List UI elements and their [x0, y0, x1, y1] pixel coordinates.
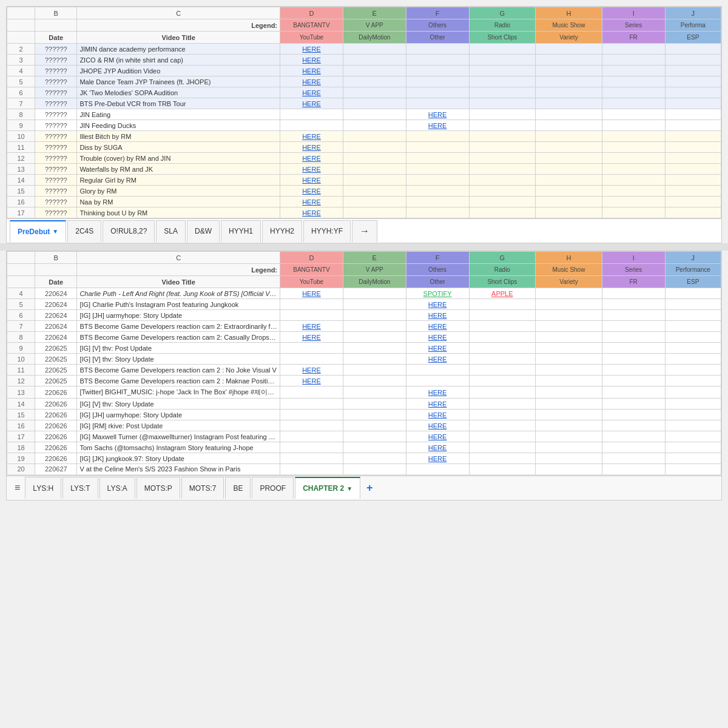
cell-d[interactable]: HERE	[280, 98, 343, 109]
cell-f	[406, 186, 469, 197]
tab-more[interactable]: →	[352, 220, 377, 242]
tab-sla[interactable]: SLA	[156, 220, 186, 242]
cell-f	[406, 175, 469, 186]
cell-i	[602, 386, 665, 399]
cell-f[interactable]: HERE	[406, 453, 469, 464]
cell-i	[602, 431, 665, 442]
cell-j	[665, 186, 721, 197]
title-cell: Diss by SUGA	[77, 142, 280, 153]
tab-mots7[interactable]: MOTS:7	[181, 477, 224, 499]
cell-i	[602, 420, 665, 431]
bottom-subheader-row: Date Video Title YouTube DailyMotion Oth…	[7, 276, 721, 288]
cell-d[interactable]: HERE	[280, 164, 343, 175]
table-row: 14220626[IG] [V] thv: Story UpdateHERE	[7, 399, 721, 410]
cell-d[interactable]: HERE	[280, 332, 343, 343]
cell-f[interactable]: HERE	[406, 343, 469, 354]
bottom-sub-row-num	[7, 276, 35, 288]
cell-f	[406, 164, 469, 175]
cell-d[interactable]: HERE	[280, 153, 343, 164]
cell-d[interactable]: HERE	[280, 76, 343, 87]
cell-f[interactable]: HERE	[406, 420, 469, 431]
cell-f[interactable]: HERE	[406, 109, 469, 120]
cell-d[interactable]: HERE	[280, 288, 343, 299]
cell-f[interactable]: HERE	[406, 386, 469, 399]
cell-e	[343, 299, 406, 310]
tab-hyyh1[interactable]: HYYH1	[221, 220, 261, 242]
chevron-down-icon[interactable]: ▼	[52, 228, 58, 235]
tab-predebut[interactable]: PreDebut ▼	[10, 220, 66, 242]
cell-f	[406, 376, 469, 386]
tab-motsp[interactable]: MOTS:P	[136, 477, 180, 499]
date-cell: ??????	[35, 98, 77, 109]
tab-be[interactable]: BE	[225, 477, 251, 499]
cell-d[interactable]: HERE	[280, 66, 343, 76]
cell-f[interactable]: HERE	[406, 410, 469, 420]
cell-d[interactable]: HERE	[280, 142, 343, 153]
cell-f[interactable]: HERE	[406, 399, 469, 410]
cell-d	[280, 386, 343, 399]
cell-d[interactable]: HERE	[280, 131, 343, 142]
cell-g	[469, 332, 536, 343]
legend-row-num	[7, 19, 35, 32]
cell-f[interactable]: SPOTIFY	[406, 288, 469, 299]
bottom-legend-i: Series	[602, 264, 665, 276]
cell-d[interactable]: HERE	[280, 175, 343, 186]
tab-hhyhyf[interactable]: HYYH:YF	[303, 220, 351, 242]
cell-d[interactable]: HERE	[280, 376, 343, 386]
tab-proof[interactable]: PROOF	[252, 477, 294, 499]
cell-g[interactable]: APPLE	[469, 288, 536, 299]
table-row: 19220626[IG] [JK] jungkook.97: Story Upd…	[7, 453, 721, 464]
tab-menu-button[interactable]: ≡	[10, 477, 25, 499]
cell-h	[536, 87, 602, 98]
tab-2c4s[interactable]: 2C4S	[67, 220, 101, 242]
row-number: 12	[7, 153, 35, 164]
tab-lyst[interactable]: LYS:T	[62, 477, 98, 499]
cell-i	[602, 131, 665, 142]
table-row: 15??????Glory by RMHERE	[7, 186, 721, 197]
cell-d[interactable]: HERE	[280, 197, 343, 207]
tab-lysa[interactable]: LYS:A	[99, 477, 135, 499]
cell-g	[469, 442, 536, 453]
cell-f[interactable]: HERE	[406, 332, 469, 343]
tab-dw[interactable]: D&W	[187, 220, 220, 242]
row-number: 6	[7, 310, 35, 321]
tab-orul82[interactable]: O!RUL8,2?	[103, 220, 155, 242]
bottom-legend-h: Music Show	[536, 264, 602, 276]
cell-d[interactable]: HERE	[280, 44, 343, 55]
cell-f[interactable]: HERE	[406, 431, 469, 442]
cell-e	[343, 66, 406, 76]
tab-add-button[interactable]: +	[362, 477, 378, 499]
cell-h	[536, 332, 602, 343]
tab-chapter2[interactable]: CHAPTER 2 ▼	[295, 477, 360, 499]
tab-chapter2-label: CHAPTER 2	[303, 484, 344, 493]
cell-d[interactable]: HERE	[280, 207, 343, 218]
cell-i	[602, 464, 665, 475]
cell-f[interactable]: HERE	[406, 321, 469, 332]
row-number: 14	[7, 399, 35, 410]
cell-f[interactable]: HERE	[406, 310, 469, 321]
cell-f[interactable]: HERE	[406, 299, 469, 310]
cell-d[interactable]: HERE	[280, 321, 343, 332]
cell-f	[406, 142, 469, 153]
cell-f[interactable]: HERE	[406, 442, 469, 453]
cell-h	[536, 55, 602, 66]
cell-d[interactable]: HERE	[280, 87, 343, 98]
table-row: 11220625BTS Become Game Developers react…	[7, 365, 721, 376]
cell-e	[343, 98, 406, 109]
date-cell: ??????	[35, 131, 77, 142]
corner-cell	[7, 7, 35, 19]
chapter2-chevron-icon[interactable]: ▼	[346, 485, 352, 492]
title-cell: BTS Become Game Developers reaction cam …	[77, 376, 280, 386]
bottom-date-header: Date	[35, 276, 77, 288]
tab-hyyh2[interactable]: HYYH2	[262, 220, 302, 242]
cell-d[interactable]: HERE	[280, 365, 343, 376]
bottom-legend-e: V APP	[343, 264, 406, 276]
tab-lysh[interactable]: LYS:H	[25, 477, 61, 499]
cell-f[interactable]: HERE	[406, 120, 469, 131]
cell-f[interactable]: HERE	[406, 354, 469, 365]
table-row: 6??????JK 'Two Melodies' SOPA AuditionHE…	[7, 87, 721, 98]
title-cell: Regular Girl by RM	[77, 175, 280, 186]
cell-d[interactable]: HERE	[280, 55, 343, 66]
subheader-row: Date Video Title YouTube DailyMotion Oth…	[7, 32, 721, 44]
cell-d[interactable]: HERE	[280, 186, 343, 197]
